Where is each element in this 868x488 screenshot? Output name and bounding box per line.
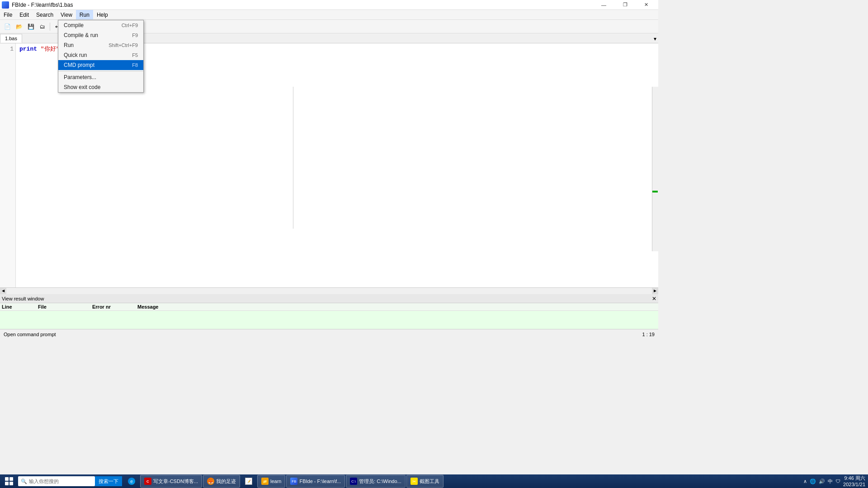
dropdown-sep1 (58, 71, 143, 71)
title-bar-left: FBIde - F:\learn\fbs\1.bas (2, 1, 73, 9)
app-icon (2, 1, 9, 9)
col-errornr: Error nr (92, 304, 137, 310)
show-exit-label: Show exit code (64, 84, 100, 90)
col-line: Line (2, 304, 38, 310)
result-title: View result window (2, 296, 44, 301)
col-msg: Message (137, 304, 656, 310)
line-numbers: 1 (0, 43, 16, 287)
col-file: File (38, 304, 92, 310)
cursor-position: 1 : 19 (642, 332, 655, 337)
scroll-right-btn[interactable]: ▶ (652, 288, 658, 294)
tab-1bas[interactable]: 1.bas (0, 34, 22, 43)
line-number-1: 1 (0, 45, 14, 53)
scroll-track[interactable] (6, 288, 652, 294)
menu-search[interactable]: Search (33, 10, 57, 19)
code-string: "你好" (41, 45, 60, 53)
tab-dropdown[interactable]: ▾ (652, 35, 658, 43)
run-dropdown-menu: Compile Ctrl+F9 Compile & run F9 Run Shi… (58, 20, 144, 93)
menu-view[interactable]: View (57, 10, 76, 19)
compile-run-label: Compile & run (64, 32, 98, 38)
toolbar-sep1 (50, 23, 50, 31)
vertical-divider (293, 87, 293, 229)
menu-cmd-prompt[interactable]: CMD prompt F8 (58, 60, 143, 70)
title-bar: FBIde - F:\learn\fbs\1.bas — ❐ ✕ (0, 0, 658, 10)
menu-run[interactable]: Run (76, 10, 93, 19)
compile-shortcut: Ctrl+F9 (122, 23, 138, 28)
quick-run-shortcut: F5 (132, 52, 138, 58)
status-bar: Open command prompt 1 : 19 (0, 329, 658, 339)
tab-label: 1.bas (5, 36, 17, 41)
title-bar-controls: — ❐ ✕ (594, 0, 656, 9)
window-title: FBIde - F:\learn\fbs\1.bas (12, 2, 73, 8)
compile-run-shortcut: F9 (132, 33, 138, 38)
restore-button[interactable]: ❐ (615, 0, 635, 9)
close-button[interactable]: ✕ (636, 0, 656, 9)
quick-run-label: Quick run (64, 52, 87, 58)
menu-quick-run[interactable]: Quick run F5 (58, 50, 143, 60)
menu-file[interactable]: File (0, 10, 16, 19)
code-keyword-print: print (19, 45, 37, 53)
toolbar-open[interactable]: 📂 (14, 22, 24, 32)
cmd-prompt-shortcut: F8 (132, 62, 138, 68)
menu-bar: File Edit Search View Run Help (0, 10, 658, 20)
menu-run-item[interactable]: Run Shift+Ctrl+F9 (58, 40, 143, 50)
run-label: Run (64, 42, 74, 48)
menu-show-exit[interactable]: Show exit code (58, 82, 143, 92)
toolbar-new[interactable]: 📄 (2, 22, 13, 32)
compile-label: Compile (64, 22, 84, 28)
result-content (0, 311, 658, 329)
scroll-left-btn[interactable]: ◀ (0, 288, 6, 294)
horizontal-scrollbar: ◀ ▶ (0, 287, 658, 294)
run-shortcut: Shift+Ctrl+F9 (108, 42, 138, 48)
minimize-button[interactable]: — (594, 0, 614, 9)
toolbar-save-all[interactable]: 🗂 (37, 22, 48, 32)
parameters-label: Parameters... (64, 74, 96, 80)
menu-compile-run[interactable]: Compile & run F9 (58, 30, 143, 40)
result-pane: View result window ✕ Line File Error nr … (0, 294, 658, 329)
menu-parameters[interactable]: Parameters... (58, 72, 143, 82)
menu-edit[interactable]: Edit (16, 10, 33, 19)
result-close-btn[interactable]: ✕ (652, 296, 656, 302)
result-header: View result window ✕ (0, 294, 658, 303)
scroll-indicator (652, 191, 658, 192)
menu-compile[interactable]: Compile Ctrl+F9 (58, 20, 143, 30)
menu-help[interactable]: Help (93, 10, 112, 19)
cmd-prompt-label: CMD prompt (64, 62, 94, 68)
result-columns: Line File Error nr Message (0, 303, 658, 311)
toolbar-save[interactable]: 💾 (25, 22, 36, 32)
status-message: Open command prompt (4, 332, 56, 337)
vertical-scrollbar[interactable] (652, 87, 658, 251)
